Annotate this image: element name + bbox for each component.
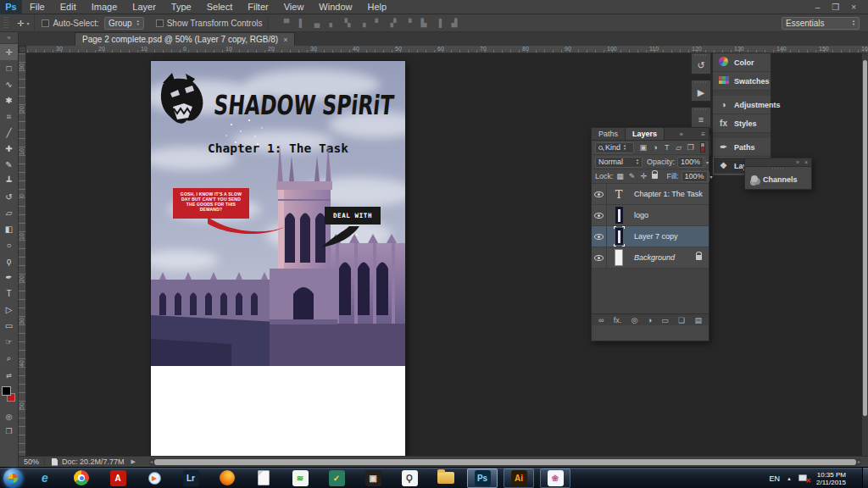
auto-select-target-dropdown[interactable]: Group ▲▼ — [104, 17, 144, 30]
type-filter-icon[interactable]: T — [662, 143, 672, 152]
foreground-color-chip[interactable] — [2, 386, 11, 396]
eyedropper-tool[interactable]: ╱ — [0, 125, 18, 141]
status-flyout-icon[interactable]: ▶ — [131, 458, 136, 465]
layer-row-3[interactable]: Layer 7 copy — [592, 226, 709, 247]
distribute-bottom-icon[interactable]: ▝ — [403, 19, 413, 27]
type-tool[interactable]: T — [0, 286, 18, 302]
canvas-page[interactable]: SHADOW SPiRiT Chapter 1: The Task — [151, 61, 405, 456]
show-transform-checkbox[interactable] — [156, 19, 164, 27]
dodge-tool[interactable]: ϙ — [0, 253, 18, 269]
new-adjustment-layer-icon[interactable]: ◑ — [648, 316, 652, 324]
scroll-left-icon[interactable]: ◂ — [150, 458, 153, 466]
filter-toggle-icon[interactable] — [700, 142, 705, 152]
taskbar-firefox[interactable] — [212, 469, 242, 488]
minimize-button[interactable]: – — [815, 3, 821, 12]
delete-layer-icon[interactable]: ▤ — [694, 316, 702, 324]
taskbar-illustrator[interactable]: Ai — [504, 469, 534, 488]
link-layers-icon[interactable]: ∞ — [598, 316, 604, 324]
distribute-left-icon[interactable]: ▙ — [419, 19, 428, 27]
restore-button[interactable]: ❐ — [832, 3, 839, 12]
pixel-filter-icon[interactable]: ▣ — [638, 143, 648, 152]
history-panel-icon[interactable]: ↺ — [691, 53, 711, 75]
layer-row-4[interactable]: Background — [592, 247, 709, 269]
move-tool[interactable]: ✛ — [0, 44, 18, 60]
lock-transparency-icon[interactable]: ▦ — [616, 172, 625, 180]
start-button[interactable] — [3, 469, 23, 488]
tab-paths[interactable]: Paths — [592, 128, 626, 140]
new-layer-icon[interactable]: ❏ — [678, 316, 685, 324]
lock-position-icon[interactable]: ✛ — [640, 172, 648, 180]
align-top-icon[interactable]: ▀ — [281, 19, 291, 27]
fill-field[interactable]: 100% ▾ — [682, 171, 709, 182]
taskbar-chrome[interactable] — [66, 469, 97, 488]
menu-select[interactable]: Select — [199, 0, 241, 14]
taskbar-clip-studio[interactable]: Ϙ — [394, 469, 425, 488]
taskbar-clock[interactable]: 10:35 PM 2/11/2015 — [816, 471, 846, 486]
network-status-icon[interactable]: ✕ — [798, 474, 810, 484]
panel-menu-icon[interactable]: ≡ — [698, 130, 709, 140]
horizontal-scroll-thumb[interactable] — [154, 459, 856, 465]
taskbar-explorer[interactable] — [431, 469, 461, 488]
channels-panel-button[interactable]: Channels — [745, 170, 811, 189]
lock-all-icon[interactable] — [652, 174, 658, 179]
menu-layer[interactable]: Layer — [125, 0, 164, 14]
crop-tool[interactable]: ⌗ — [0, 108, 18, 125]
lock-paint-icon[interactable]: ✎ — [628, 172, 637, 180]
path-selection-tool[interactable]: ▷ — [0, 302, 18, 318]
align-center-icon[interactable]: ▚ — [342, 19, 352, 27]
swap-colors-icon[interactable]: ⇄ — [0, 372, 18, 380]
actions-panel-icon[interactable]: ▶ — [691, 80, 711, 102]
smartobject-filter-icon[interactable]: ❐ — [686, 143, 696, 152]
brush-tool[interactable]: ✎ — [0, 157, 18, 173]
layer-style-icon[interactable]: fx. — [614, 316, 622, 324]
distribute-middle-icon[interactable]: ▞ — [388, 19, 398, 27]
layer-visibility-toggle[interactable] — [592, 184, 607, 204]
menu-file[interactable]: File — [22, 0, 53, 14]
new-group-icon[interactable]: ▭ — [661, 316, 669, 324]
history-brush-tool[interactable]: ↺ — [0, 189, 18, 205]
taskbar-acrobat[interactable]: A — [103, 469, 133, 488]
hand-tool[interactable]: ☞ — [0, 334, 18, 350]
hidden-icons-button[interactable]: ▲ — [787, 476, 792, 481]
document-tab[interactable]: Page 2 complete.psd @ 50% (Layer 7 copy,… — [75, 32, 295, 46]
swatches-panel-button[interactable]: Swatches — [713, 72, 771, 91]
add-layer-mask-icon[interactable]: ◎ — [631, 316, 637, 324]
vertical-scrollbar[interactable] — [862, 53, 868, 456]
workspace-switcher[interactable]: Essentials ▲▼ — [782, 17, 860, 30]
color-panel-button[interactable]: Color — [713, 53, 771, 72]
blur-tool[interactable]: ○ — [0, 237, 18, 253]
tab-close-icon[interactable]: × — [283, 36, 287, 44]
show-desktop-button[interactable] — [862, 468, 868, 488]
taskbar-internet-explorer[interactable]: e — [30, 469, 60, 488]
distribute-top-icon[interactable]: ▘ — [373, 19, 382, 27]
layer-visibility-toggle[interactable] — [592, 205, 607, 225]
horizontal-scrollbar[interactable]: ◂ ▸ — [149, 458, 861, 466]
spot-healing-tool[interactable]: ✚ — [0, 141, 18, 157]
adjustment-filter-icon[interactable]: ◑ — [650, 143, 660, 152]
layer-row-1[interactable]: TChapter 1: The Task — [592, 184, 709, 205]
vertical-scroll-thumb[interactable] — [863, 60, 867, 416]
align-middle-icon[interactable]: ▌ — [297, 19, 306, 27]
zoom-tool[interactable]: ⌕ — [0, 350, 18, 366]
taskbar-paint[interactable]: ❀ — [540, 469, 570, 488]
align-right-icon[interactable]: ▗ — [358, 19, 367, 27]
shape-tool[interactable]: ▭ — [0, 318, 18, 334]
tool-presets-panel-icon[interactable]: ≡ — [691, 107, 711, 129]
panel-collapse-icon[interactable]: » — [676, 130, 686, 140]
menu-help[interactable]: Help — [359, 0, 394, 14]
menu-window[interactable]: Window — [311, 0, 359, 14]
quick-mask-button[interactable]: ◎ — [0, 413, 18, 421]
language-indicator[interactable]: EN — [770, 474, 781, 483]
menu-type[interactable]: Type — [164, 0, 199, 14]
panel-collapse-icon[interactable]: » — [796, 159, 799, 165]
layer-row-2[interactable]: logo — [592, 205, 709, 226]
distribute-center-icon[interactable]: ▐ — [434, 19, 443, 27]
clone-stamp-tool[interactable]: ┻ — [0, 173, 18, 189]
taskbar-media-player[interactable]: ▶ — [139, 469, 170, 488]
kind-filter-dropdown[interactable]: Kind ▲▼ — [595, 142, 634, 153]
lasso-tool[interactable]: ∿ — [0, 76, 18, 92]
menu-image[interactable]: Image — [84, 0, 125, 14]
menu-filter[interactable]: Filter — [240, 0, 275, 14]
layer-visibility-toggle[interactable] — [592, 247, 607, 268]
taskbar-lightroom[interactable]: Lr — [175, 469, 206, 488]
